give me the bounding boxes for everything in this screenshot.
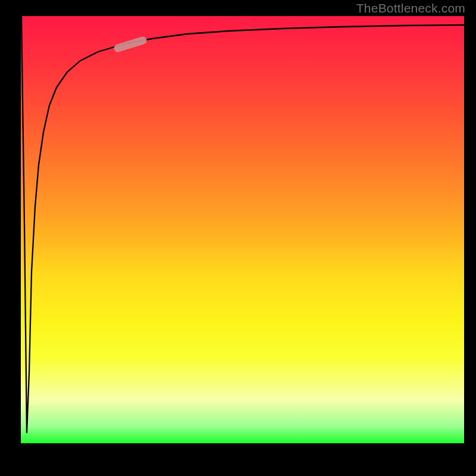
plot-background-gradient [21,16,464,443]
watermark-label: TheBottleneck.com [356,1,465,15]
chart-frame: TheBottleneck.com [0,0,476,476]
